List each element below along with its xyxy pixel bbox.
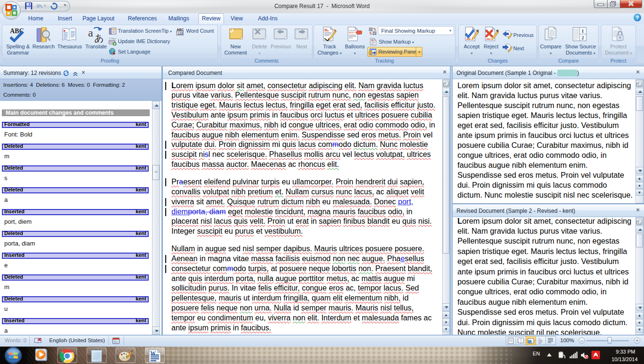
- svg-text:W: W: [150, 350, 156, 356]
